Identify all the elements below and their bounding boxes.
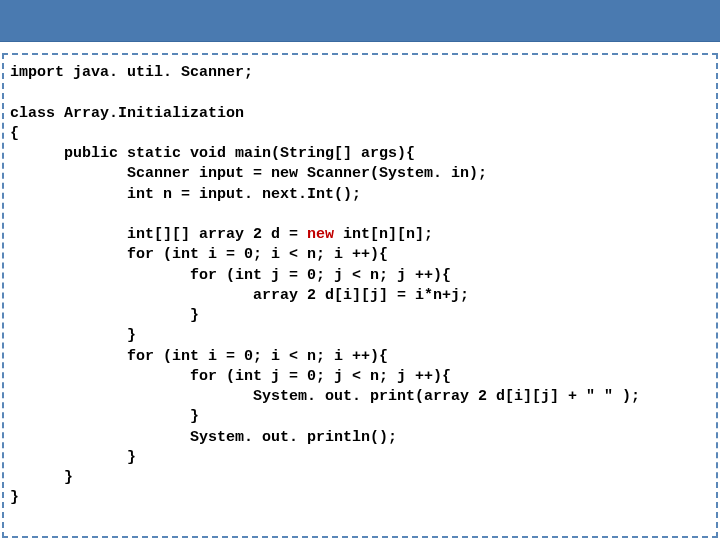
code-line: for (int j = 0; j < n; j ++){ <box>10 368 451 385</box>
code-line: System. out. println(); <box>10 429 397 446</box>
code-line: array 2 d[i][j] = i*n+j; <box>10 287 469 304</box>
keyword-new: new <box>307 226 334 243</box>
code-line: } <box>10 408 199 425</box>
code-line: } <box>10 307 199 324</box>
code-line: class Array.Initialization <box>10 105 244 122</box>
code-line: int[][] array 2 d = new int[n][n]; <box>10 226 433 243</box>
code-line: Scanner input = new Scanner(System. in); <box>10 165 487 182</box>
code-line: for (int i = 0; i < n; i ++){ <box>10 246 388 263</box>
code-text: int[][] array 2 d = <box>10 226 307 243</box>
code-line: { <box>10 125 19 142</box>
code-container: import java. util. Scanner; class Array.… <box>2 53 718 538</box>
code-text: int[n][n]; <box>334 226 433 243</box>
code-line: int n = input. next.Int(); <box>10 186 361 203</box>
code-line: } <box>10 489 19 506</box>
code-line: for (int j = 0; j < n; j ++){ <box>10 267 451 284</box>
top-banner <box>0 0 720 42</box>
code-line: for (int i = 0; i < n; i ++){ <box>10 348 388 365</box>
code-line: } <box>10 469 73 486</box>
code-line: } <box>10 327 136 344</box>
code-line: import java. util. Scanner; <box>10 64 253 81</box>
code-line: public static void main(String[] args){ <box>10 145 415 162</box>
code-line: System. out. print(array 2 d[i][j] + " "… <box>10 388 640 405</box>
code-block: import java. util. Scanner; class Array.… <box>4 55 716 515</box>
code-line: } <box>10 449 136 466</box>
